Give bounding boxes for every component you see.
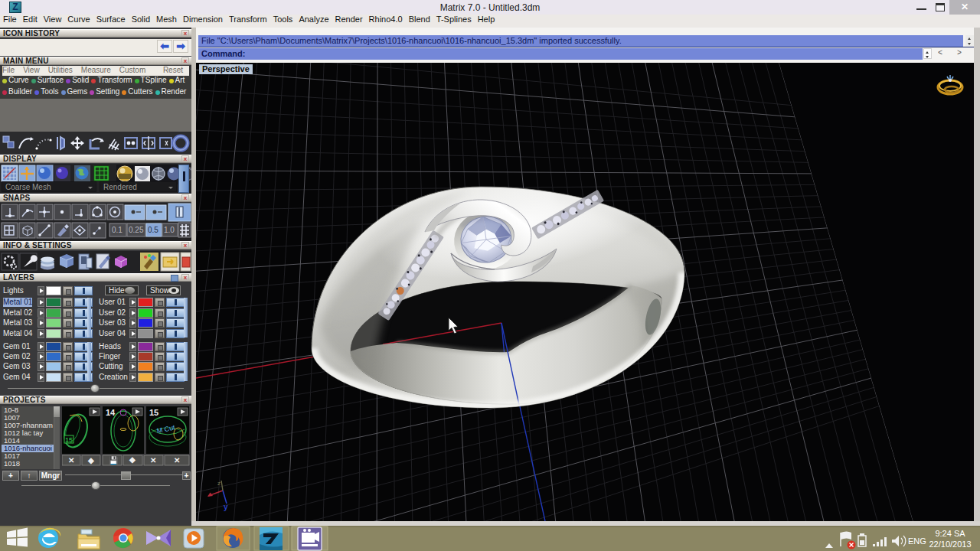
svg-text:◆: ◆	[129, 455, 136, 464]
svg-text:ENG: ENG	[908, 536, 926, 546]
svg-text:z: z	[217, 480, 220, 487]
svg-text:✕: ✕	[68, 456, 74, 465]
svg-text:0.25: 0.25	[129, 226, 144, 234]
svg-text:15: 15	[65, 436, 73, 444]
svg-text:◆: ◆	[87, 456, 94, 465]
svg-text:15: 15	[149, 408, 158, 417]
svg-text:y: y	[224, 503, 228, 511]
svg-text:22/10/2013: 22/10/2013	[929, 540, 971, 549]
svg-text:✕: ✕	[174, 456, 180, 465]
svg-text:✕: ✕	[150, 456, 156, 465]
svg-text:14: 14	[106, 408, 116, 417]
svg-text:💾: 💾	[109, 455, 119, 465]
svg-text:1.0: 1.0	[164, 226, 175, 234]
svg-text:0.1: 0.1	[112, 226, 122, 234]
svg-text:0.5: 0.5	[148, 226, 158, 234]
svg-text:9:24 SA: 9:24 SA	[935, 529, 965, 538]
